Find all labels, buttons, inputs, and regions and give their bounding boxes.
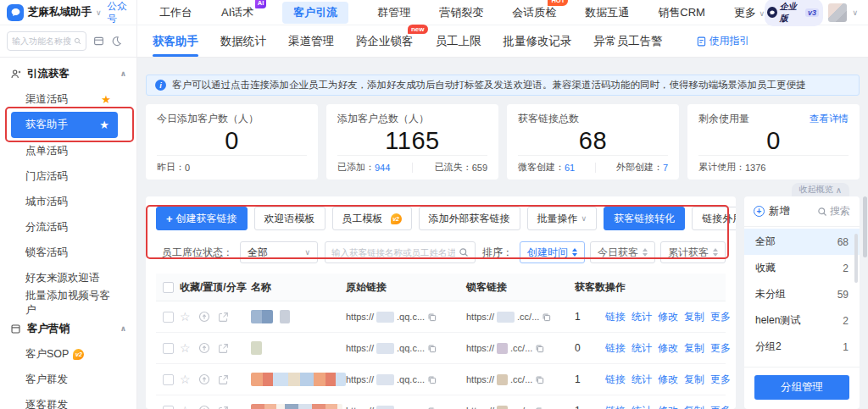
nav-ai-script[interactable]: AI话术AI [221,5,253,20]
window-mode-icon[interactable] [93,36,104,47]
op-more[interactable]: 更多 [710,310,731,324]
nav-marketing-fission[interactable]: 营销裂变 [439,5,483,20]
sidebar-item-acquisition-assistant[interactable]: 获客助手★ [11,112,118,138]
sidebar-item-customer-broadcast[interactable]: 客户群发 [0,367,136,392]
op-copy[interactable]: 复制 [684,310,704,324]
op-modify[interactable]: 修改 [658,341,678,356]
op-copy[interactable]: 复制 [684,341,704,356]
add-group-button[interactable]: +新增 [754,204,790,218]
tab-abnormal-staff-alert[interactable]: 异常员工告警 [594,25,663,57]
sidebar-item-channel-code[interactable]: 渠道活码★ [0,86,136,112]
op-link[interactable]: 链接 [605,310,626,324]
add-external-link-button[interactable]: 添加外部获客链接 [419,207,520,230]
sidebar-item-city-code[interactable]: 城市活码 [0,189,136,214]
group-list-scrollbar[interactable] [854,234,858,283]
create-link-button[interactable]: +创建获客链接 [156,207,248,230]
pin-top-icon[interactable] [198,405,210,409]
staff-template-button[interactable]: 员工模板v2 [332,207,412,230]
function-search-input[interactable] [12,36,71,46]
sidebar-section-acquisition[interactable]: 引流获客 ∧ [0,61,136,86]
brand[interactable]: 芝麻私域助手 ∨ 公众号 [0,0,137,25]
nav-customer-acquisition[interactable]: 客户引流 [282,2,348,24]
seat-status-select[interactable]: 全部∨ [240,241,318,263]
nav-sales-crm[interactable]: 销售CRM [658,5,705,20]
sort-today-acquired[interactable]: 今日获客 [590,241,655,263]
group-search-button[interactable]: 搜索 [817,204,850,218]
group-item-ungrouped[interactable]: 未分组59 [744,281,860,307]
batch-actions-button[interactable]: 批量操作∨ [527,207,598,230]
favorite-star-icon[interactable]: ☆ [180,310,191,323]
select-all-checkbox[interactable] [163,282,174,293]
sidebar-item-customer-sop[interactable]: 客户SOPv2 [0,341,136,367]
sidebar-item-order-code[interactable]: 点单活码 [0,138,136,163]
external-use-button[interactable]: 链接外用v2 [692,207,736,230]
tab-staff-limit[interactable]: 员工上限 [436,25,481,57]
op-link[interactable]: 链接 [605,341,626,356]
group-manage-button[interactable]: 分组管理 [754,375,849,400]
copy-icon[interactable] [427,344,437,353]
row-checkbox[interactable] [163,406,174,409]
sidebar-item-split-code[interactable]: 分流活码 [0,214,136,240]
op-modify[interactable]: 修改 [658,373,678,387]
welcome-template-button[interactable]: 欢迎语模板 [254,207,326,230]
favorite-star-icon[interactable]: ★ [101,93,111,106]
pin-top-icon[interactable] [198,373,210,385]
tab-batch-modify-log[interactable]: 批量修改记录 [504,25,572,57]
group-item-group2[interactable]: 分组21 [744,334,860,360]
op-stats[interactable]: 统计 [632,310,652,324]
tab-data-statistics[interactable]: 数据统计 [220,25,266,57]
tab-acquisition-assistant[interactable]: 获客助手 [153,25,198,57]
nav-workbench[interactable]: 工作台 [159,5,192,20]
sidebar-item-lock-code[interactable]: 锁客活码 [0,240,136,265]
favorite-star-icon[interactable]: ☆ [180,404,191,409]
dark-mode-moon-icon[interactable] [111,36,122,47]
sort-total-acquired[interactable]: 累计获客 [660,241,726,263]
favorite-star-icon[interactable]: ☆ [180,341,191,355]
nav-more[interactable]: 更多 ∨ [734,5,765,20]
tab-channel-management[interactable]: 渠道管理 [288,25,334,57]
favorite-star-icon[interactable]: ☆ [180,373,191,386]
row-checkbox[interactable] [163,343,174,354]
user-avatar[interactable] [828,3,847,22]
op-link[interactable]: 链接 [605,373,626,387]
share-external-icon[interactable] [218,374,229,385]
op-more[interactable]: 更多 [710,373,731,387]
copy-icon[interactable] [535,344,544,353]
op-modify[interactable]: 修改 [658,404,678,409]
user-menu-chevron-icon[interactable]: ∨ [852,8,858,17]
copy-icon[interactable] [535,406,544,409]
share-external-icon[interactable] [218,406,229,409]
page-scrollbar[interactable] [863,196,867,257]
link-convert-button[interactable]: 获客链接转化 [604,207,685,230]
tab-cross-enterprise-lock[interactable]: 跨企业锁客new [356,25,414,57]
favorite-star-icon[interactable]: ★ [99,119,109,131]
op-stats[interactable]: 统计 [632,404,652,409]
group-item-helen-test[interactable]: helen测试2 [744,307,860,334]
sidebar-item-store-code[interactable]: 门店活码 [0,163,136,189]
sort-create-time[interactable]: 创建时间 [520,241,585,263]
view-details-link[interactable]: 查看详情 [810,113,849,125]
copy-icon[interactable] [427,406,437,409]
sidebar-item-friend-source-welcome[interactable]: 好友来源欢迎语 [0,265,136,290]
op-modify[interactable]: 修改 [658,310,678,324]
op-more[interactable]: 更多 [710,404,731,409]
op-stats[interactable]: 统计 [632,341,652,356]
function-search-box[interactable] [7,31,86,51]
sidebar-section-customer-marketing[interactable]: 客户营销 ∧ [0,316,136,341]
table-search-box[interactable] [325,241,476,263]
pin-top-icon[interactable] [198,311,210,323]
share-external-icon[interactable] [218,343,229,354]
pin-top-icon[interactable] [198,342,210,354]
row-checkbox[interactable] [163,312,174,323]
usage-guide-link[interactable]: 使用指引 [697,34,750,48]
group-item-all[interactable]: 全部68 [744,229,860,255]
op-stats[interactable]: 统计 [632,373,652,387]
nav-data-exchange[interactable]: 数据互通 [585,5,629,20]
copy-icon[interactable] [427,375,437,384]
group-item-presales[interactable]: 售前单独获客链...4 [744,360,860,367]
copy-icon[interactable] [427,312,437,322]
table-search-input[interactable] [331,247,455,257]
share-external-icon[interactable] [218,312,229,323]
op-link[interactable]: 链接 [605,404,626,409]
copy-icon[interactable] [542,312,551,322]
